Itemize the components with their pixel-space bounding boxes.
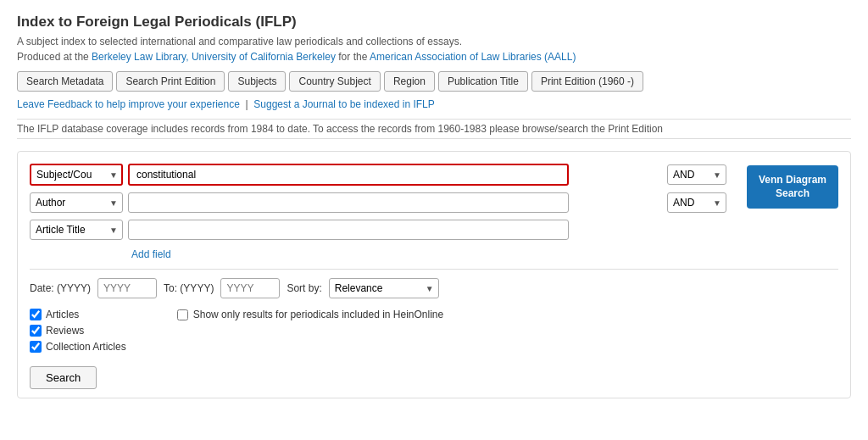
venn-diagram-button[interactable]: Venn DiagramSearch: [747, 165, 838, 209]
articles-label: Articles: [46, 309, 79, 320]
date-from-input[interactable]: [97, 278, 157, 298]
field-select-wrapper-2: Subject/Cou Author Article Title Journal…: [30, 192, 123, 213]
date-to-label: To: (YYYY): [164, 282, 214, 294]
sort-select[interactable]: Relevance Date Ascending Date Descending…: [329, 278, 439, 298]
field-select-1[interactable]: Subject/Cou Author Article Title Journal…: [30, 164, 123, 186]
reviews-checkbox-item: Reviews: [30, 325, 126, 337]
search-input-3[interactable]: [128, 220, 569, 240]
articles-checkbox[interactable]: [30, 309, 42, 320]
collection-articles-checkbox-item: Collection Articles: [30, 341, 126, 353]
search-row-1: Subject/Cou Author Article Title Journal…: [30, 164, 726, 186]
field-select-wrapper-3: Subject/Cou Author Article Title Journal…: [30, 220, 123, 240]
divider: [30, 269, 838, 270]
date-from-label: Date: (YYYY): [30, 282, 91, 294]
aall-link[interactable]: American Association of Law Libraries (A…: [370, 51, 576, 63]
tab-subjects[interactable]: Subjects: [228, 71, 286, 92]
search-area: Subject/Cou Author Article Title Journal…: [17, 151, 851, 398]
boolean-select-wrapper-1: AND OR NOT ▼: [667, 164, 726, 185]
coverage-notice: The IFLP database coverage includes reco…: [17, 119, 851, 139]
field-select-wrapper-1: Subject/Cou Author Article Title Journal…: [30, 164, 123, 186]
sort-select-wrapper: Relevance Date Ascending Date Descending…: [329, 278, 439, 298]
tab-search-metadata[interactable]: Search Metadata: [17, 71, 113, 92]
subtitle-line2: Produced at the Berkeley Law Library, Un…: [17, 51, 851, 63]
collection-articles-label: Collection Articles: [46, 341, 126, 353]
reviews-label: Reviews: [46, 325, 84, 337]
suggest-link[interactable]: Suggest a Journal to be indexed in IFLP: [253, 98, 434, 110]
search-rows-wrapper: Subject/Cou Author Article Title Journal…: [30, 164, 838, 260]
search-button[interactable]: Search: [30, 366, 97, 389]
collection-articles-checkbox[interactable]: [30, 341, 42, 353]
tab-country-subject[interactable]: Country Subject: [289, 71, 380, 92]
venn-section: Venn DiagramSearch: [738, 164, 838, 209]
boolean-select-1[interactable]: AND OR NOT: [667, 164, 726, 185]
tab-search-print-edition[interactable]: Search Print Edition: [116, 71, 225, 92]
tabs-bar: Search Metadata Search Print Edition Sub…: [17, 71, 851, 92]
add-field-link[interactable]: Add field: [131, 248, 171, 260]
field-select-3[interactable]: Subject/Cou Author Article Title Journal…: [30, 220, 123, 240]
reviews-checkbox[interactable]: [30, 325, 42, 337]
boolean-select-wrapper-2: AND OR NOT ▼: [667, 192, 726, 213]
search-row-3: Subject/Cou Author Article Title Journal…: [30, 220, 726, 240]
date-to-input[interactable]: [220, 278, 280, 298]
feedback-links: Leave Feedback to help improve your expe…: [17, 98, 851, 110]
checkboxes-row: Articles Reviews Collection Articles Sho…: [30, 309, 838, 353]
tab-publication-title[interactable]: Publication Title: [438, 71, 528, 92]
search-input-2[interactable]: [128, 192, 569, 213]
page-title: Index to Foreign Legal Periodicals (IFLP…: [17, 14, 851, 31]
feedback-link[interactable]: Leave Feedback to help improve your expe…: [17, 98, 240, 110]
hein-checkbox-row: Show only results for periodicals includ…: [177, 309, 444, 320]
hein-checkbox[interactable]: [177, 309, 188, 320]
articles-checkbox-item: Articles: [30, 309, 126, 320]
tab-region[interactable]: Region: [384, 71, 435, 92]
field-select-2[interactable]: Subject/Cou Author Article Title Journal…: [30, 192, 123, 213]
berkeley-link[interactable]: Berkeley Law Library, University of Cali…: [92, 51, 336, 63]
search-row-2: Subject/Cou Author Article Title Journal…: [30, 192, 726, 213]
date-sort-row: Date: (YYYY) To: (YYYY) Sort by: Relevan…: [30, 278, 838, 298]
hein-label: Show only results for periodicals includ…: [193, 309, 444, 320]
boolean-select-2[interactable]: AND OR NOT: [667, 192, 726, 213]
search-input-1[interactable]: [128, 164, 569, 186]
search-rows-section: Subject/Cou Author Article Title Journal…: [30, 164, 726, 260]
sort-label: Sort by:: [287, 282, 321, 294]
content-type-checkboxes: Articles Reviews Collection Articles: [30, 309, 126, 353]
tab-print-edition[interactable]: Print Edition (1960 -): [531, 71, 643, 92]
subtitle-line1: A subject index to selected internationa…: [17, 36, 851, 47]
